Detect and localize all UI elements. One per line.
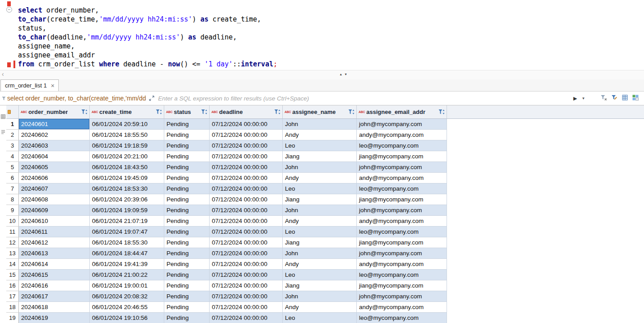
cell-order_number[interactable]: 20240602 [19, 130, 90, 140]
cell-deadline[interactable]: 07/12/2024 00:00:00 [210, 216, 283, 227]
row-number[interactable]: 14 [6, 259, 19, 270]
cell-create_time[interactable]: 06/01/2024 18:44:47 [90, 248, 164, 259]
cell-order_number[interactable]: 20240603 [19, 140, 90, 151]
cell-deadline[interactable]: 07/12/2024 00:00:00 [210, 162, 283, 173]
column-header-deadline[interactable]: ABCdeadline [210, 105, 283, 118]
cell-create_time[interactable]: 06/01/2024 18:55:50 [90, 130, 164, 140]
cell-status[interactable]: Pending [164, 302, 210, 313]
row-number[interactable]: 5 [6, 162, 19, 173]
cell-assignee_email_addr[interactable]: jiang@mycompany.com [357, 280, 447, 291]
cell-assignee_name[interactable]: John [283, 205, 357, 216]
cell-order_number[interactable]: 20240619 [19, 313, 90, 323]
cell-create_time[interactable]: 06/01/2024 20:46:55 [90, 302, 164, 313]
grid-corner[interactable] [6, 105, 19, 118]
row-number[interactable]: 18 [6, 302, 19, 313]
cell-assignee_email_addr[interactable]: jiang@mycompany.com [357, 151, 447, 162]
cell-assignee_email_addr[interactable]: leo@mycompany.com [357, 227, 447, 237]
cell-deadline[interactable]: 07/12/2024 00:00:00 [210, 280, 283, 291]
cell-create_time[interactable]: 06/01/2024 19:41:39 [90, 259, 164, 270]
cell-status[interactable]: Pending [164, 248, 210, 259]
row-number[interactable]: 12 [6, 237, 19, 248]
cell-create_time[interactable]: 06/01/2024 20:08:32 [90, 291, 164, 302]
cell-assignee_email_addr[interactable]: jiang@mycompany.com [357, 237, 447, 248]
cell-assignee_email_addr[interactable]: andy@mycompany.com [357, 173, 447, 183]
column-header-assignee_name[interactable]: ABCassignee_name [283, 105, 357, 118]
expand-filter-icon[interactable] [149, 96, 154, 101]
filter-input[interactable]: Enter a SQL expression to filter results… [158, 94, 573, 102]
tab-crm-order-list-1[interactable]: crm_order_list 1 × [0, 79, 59, 91]
cell-assignee_name[interactable]: Leo [283, 140, 357, 151]
row-number[interactable]: 9 [6, 205, 19, 216]
filter-sort-icon[interactable] [156, 109, 162, 115]
row-number[interactable]: 10 [6, 216, 19, 227]
cell-create_time[interactable]: 06/01/2024 19:45:09 [90, 173, 164, 183]
grid-view-icon[interactable] [1, 113, 5, 121]
cell-assignee_email_addr[interactable]: john@mycompany.com [357, 162, 447, 173]
filter-history-dropdown-icon[interactable]: ▼ [582, 96, 585, 100]
cell-create_time[interactable]: 06/01/2024 19:18:59 [90, 140, 164, 151]
cell-order_number[interactable]: 20240614 [19, 259, 90, 270]
cell-order_number[interactable]: 20240615 [19, 270, 90, 280]
cell-assignee_name[interactable]: Andy [283, 259, 357, 270]
row-number[interactable]: 17 [6, 291, 19, 302]
row-number[interactable]: 8 [6, 194, 19, 205]
cell-order_number[interactable]: 20240604 [19, 151, 90, 162]
cell-status[interactable]: Pending [164, 227, 210, 237]
cell-deadline[interactable]: 07/12/2024 00:00:00 [210, 205, 283, 216]
column-header-order_number[interactable]: ABCorder_number [19, 105, 90, 118]
cell-create_time[interactable]: 06/01/2024 21:07:19 [90, 216, 164, 227]
row-number[interactable]: 16 [6, 280, 19, 291]
column-header-status[interactable]: ABCstatus [164, 105, 210, 118]
cell-assignee_name[interactable]: John [283, 119, 357, 130]
cell-status[interactable]: Pending [164, 162, 210, 173]
cell-assignee_name[interactable]: Leo [283, 270, 357, 280]
cell-order_number[interactable]: 20240605 [19, 162, 90, 173]
erase-filter-icon[interactable] [600, 94, 607, 102]
cell-create_time[interactable]: 06/01/2024 18:43:50 [90, 162, 164, 173]
row-number[interactable]: 19 [6, 313, 19, 323]
cell-create_time[interactable]: 06/01/2024 18:53:30 [90, 183, 164, 194]
cell-deadline[interactable]: 07/12/2024 00:00:00 [210, 173, 283, 183]
cell-create_time[interactable]: 06/01/2024 19:07:47 [90, 227, 164, 237]
cell-order_number[interactable]: 20240610 [19, 216, 90, 227]
cell-status[interactable]: Pending [164, 130, 210, 140]
cell-status[interactable]: Pending [164, 173, 210, 183]
row-number[interactable]: 11 [6, 227, 19, 237]
cell-assignee_name[interactable]: Leo [283, 183, 357, 194]
cell-deadline[interactable]: 07/12/2024 00:00:00 [210, 313, 283, 323]
cell-assignee_email_addr[interactable]: john@mycompany.com [357, 205, 447, 216]
scroll-left-icon[interactable]: ‹ [2, 70, 4, 78]
cell-status[interactable]: Pending [164, 237, 210, 248]
cell-deadline[interactable]: 07/12/2024 00:00:00 [210, 119, 283, 130]
cell-deadline[interactable]: 07/12/2024 00:00:00 [210, 270, 283, 280]
filter-sort-icon[interactable] [201, 109, 207, 115]
cell-create_time[interactable]: 06/01/2024 20:59:10 [90, 119, 164, 130]
cell-create_time[interactable]: 06/01/2024 19:09:59 [90, 205, 164, 216]
row-number[interactable]: 4 [6, 151, 19, 162]
cell-assignee_email_addr[interactable]: jiang@mycompany.com [357, 194, 447, 205]
cell-assignee_name[interactable]: Jiang [283, 151, 357, 162]
cell-status[interactable]: Pending [164, 205, 210, 216]
cell-deadline[interactable]: 07/12/2024 00:00:00 [210, 302, 283, 313]
sql-editor[interactable]: − select order_number,to_char(create_tim… [0, 0, 644, 70]
apply-filter-button[interactable]: ▶ [574, 96, 577, 101]
cell-status[interactable]: Pending [164, 183, 210, 194]
cell-assignee_name[interactable]: Leo [283, 227, 357, 237]
fold-collapse-icon[interactable]: − [6, 7, 12, 13]
cell-deadline[interactable]: 07/12/2024 00:00:00 [210, 151, 283, 162]
row-number[interactable]: 1 [6, 119, 19, 130]
cell-status[interactable]: Pending [164, 270, 210, 280]
cell-create_time[interactable]: 06/01/2024 18:55:30 [90, 237, 164, 248]
cell-deadline[interactable]: 07/12/2024 00:00:00 [210, 237, 283, 248]
panels-icon[interactable] [632, 94, 639, 102]
text-view-icon[interactable] [1, 128, 5, 136]
cell-assignee_name[interactable]: John [283, 162, 357, 173]
row-number[interactable]: 2 [6, 130, 19, 140]
cell-assignee_email_addr[interactable]: andy@mycompany.com [357, 130, 447, 140]
cell-assignee_email_addr[interactable]: leo@mycompany.com [357, 183, 447, 194]
editor-results-splitter[interactable]: ‹ ▲▼ [0, 70, 644, 79]
cell-status[interactable]: Pending [164, 280, 210, 291]
filter-sort-icon[interactable] [438, 109, 445, 115]
cell-assignee_email_addr[interactable]: andy@mycompany.com [357, 259, 447, 270]
cell-status[interactable]: Pending [164, 119, 210, 130]
